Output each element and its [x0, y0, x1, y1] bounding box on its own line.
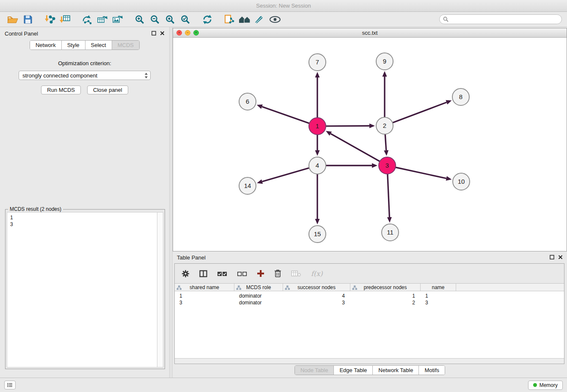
gear-icon: [182, 270, 190, 278]
graph-edge-3-1[interactable]: [330, 134, 380, 162]
mcds-result-group: MCDS result (2 nodes) 1 3: [5, 209, 165, 369]
refresh-view-button[interactable]: [200, 13, 215, 26]
network-canvas[interactable]: 7968124314101511: [173, 38, 567, 251]
export-table-button[interactable]: [95, 13, 110, 26]
import-table-icon: [60, 14, 71, 25]
cell-predecessor-nodes[interactable]: 2: [350, 299, 421, 306]
import-network-button[interactable]: [42, 13, 58, 26]
graph-edge-1-2[interactable]: [326, 126, 369, 126]
cell-successor-nodes[interactable]: 4: [283, 293, 350, 299]
column-header-mcds-role[interactable]: MCDS role: [234, 284, 283, 291]
cell-mcds-role[interactable]: dominator: [234, 299, 283, 306]
mcds-result-area[interactable]: 1 3: [7, 212, 163, 367]
graph-edge-arrowhead: [383, 71, 387, 77]
cell-shared-name[interactable]: 3: [175, 299, 234, 306]
application-window: Session: New Session: [0, 0, 567, 392]
cell-name[interactable]: 1: [421, 293, 456, 299]
close-panel-button[interactable]: Close panel: [87, 86, 128, 94]
show-graphics-details-button[interactable]: [267, 13, 283, 26]
delete-table-button[interactable]: [291, 270, 301, 277]
maximize-window-icon[interactable]: +: [193, 30, 199, 36]
cell-successor-nodes[interactable]: 3: [283, 299, 350, 306]
table-row[interactable]: 3 dominator 3 2 3: [175, 299, 564, 306]
run-mcds-button[interactable]: Run MCDS: [41, 86, 81, 94]
export-image-button[interactable]: [110, 13, 125, 26]
tab-motifs[interactable]: Motifs: [418, 366, 445, 375]
copy-view-button[interactable]: [222, 13, 237, 26]
optimization-criterion-label: Optimization criterion:: [0, 60, 169, 66]
search-input[interactable]: [451, 17, 558, 22]
network-window-title: scc.txt: [362, 30, 378, 36]
refresh-icon: [202, 14, 212, 25]
criterion-dropdown[interactable]: strongly connected component: [19, 71, 151, 80]
open-session-button[interactable]: [5, 13, 20, 26]
graph-edge-4-14[interactable]: [262, 168, 309, 182]
function-builder-button[interactable]: f(x): [311, 270, 322, 278]
tab-edge-table[interactable]: Edge Table: [333, 366, 372, 375]
import-table-button[interactable]: [58, 13, 73, 26]
tab-network[interactable]: Network: [30, 41, 61, 50]
column-header-shared-name[interactable]: shared name: [175, 284, 234, 291]
tab-network-table[interactable]: Network Table: [372, 366, 418, 375]
network-window-titlebar[interactable]: × − + scc.txt: [173, 28, 567, 38]
cell-shared-name[interactable]: 1: [175, 293, 234, 299]
zoom-selected-button[interactable]: [178, 13, 193, 26]
graph-edge-2-3[interactable]: [385, 134, 386, 150]
graph-node-label: 14: [244, 182, 251, 189]
column-header-predecessor-nodes[interactable]: predecessor nodes: [350, 284, 421, 291]
zoom-out-button[interactable]: [147, 13, 162, 26]
eye-icon: [269, 16, 281, 23]
horizontal-scrollbar[interactable]: [175, 358, 564, 364]
float-panel-icon[interactable]: [151, 30, 156, 37]
graph-edge-1-6[interactable]: [262, 107, 309, 123]
task-history-button[interactable]: [4, 381, 16, 389]
cell-mcds-role[interactable]: dominator: [234, 293, 283, 299]
memory-status-icon: [533, 383, 537, 387]
paintbrush-icon: [254, 15, 265, 24]
export-network-button[interactable]: [80, 13, 95, 26]
save-session-button[interactable]: [20, 13, 36, 26]
window-titlebar[interactable]: Session: New Session: [0, 0, 567, 12]
graph-edge-3-10[interactable]: [396, 167, 446, 178]
network-view-window: × − + scc.txt 7968124314101511: [173, 28, 567, 251]
control-panel-header: Control Panel: [0, 28, 169, 39]
zoom-fit-icon: [165, 14, 175, 25]
delete-row-button[interactable]: [274, 269, 281, 278]
graph-edge-arrowhead: [369, 124, 375, 128]
deselect-all-rows-button[interactable]: [237, 271, 247, 276]
add-row-button[interactable]: [257, 270, 264, 277]
table-settings-button[interactable]: [182, 270, 190, 278]
zoom-in-button[interactable]: [132, 13, 147, 26]
graph-edge-2-8[interactable]: [393, 102, 447, 123]
tab-mcds[interactable]: MCDS: [112, 41, 139, 50]
zoom-fit-button[interactable]: [162, 13, 178, 26]
home-neighbors-button[interactable]: [237, 13, 252, 26]
select-all-rows-button[interactable]: [217, 271, 227, 276]
close-window-icon[interactable]: ×: [176, 30, 182, 36]
split-columns-button[interactable]: [199, 270, 207, 277]
list-icon: [7, 383, 13, 387]
control-panel: Control Panel Network Style Select MCDS: [0, 28, 169, 378]
result-scrollbar[interactable]: [157, 213, 163, 367]
close-panel-icon[interactable]: [558, 254, 563, 261]
close-panel-icon[interactable]: [160, 30, 165, 37]
export-table-icon: [97, 14, 108, 25]
graph-edge-arrowhead: [315, 150, 320, 156]
column-header-name[interactable]: name: [421, 284, 456, 291]
graph-edge-arrowhead: [257, 105, 263, 109]
search-box[interactable]: [439, 14, 562, 24]
graph-edge-3-11[interactable]: [388, 174, 390, 217]
float-panel-icon[interactable]: [550, 254, 554, 261]
column-header-successor-nodes[interactable]: successor nodes: [283, 284, 350, 291]
cell-predecessor-nodes[interactable]: 1: [350, 293, 421, 299]
table-panel-header: Table Panel: [173, 252, 567, 262]
apply-style-button[interactable]: [252, 13, 267, 26]
tab-node-table[interactable]: Node Table: [295, 366, 334, 375]
table-row[interactable]: 1 dominator 4 1 1: [175, 293, 564, 299]
cell-name[interactable]: 3: [421, 299, 456, 306]
minimize-window-icon[interactable]: −: [185, 30, 190, 36]
tab-style[interactable]: Style: [61, 41, 85, 50]
panel-divider[interactable]: [169, 27, 173, 378]
tab-select[interactable]: Select: [85, 41, 112, 50]
memory-button[interactable]: Memory: [528, 381, 563, 390]
